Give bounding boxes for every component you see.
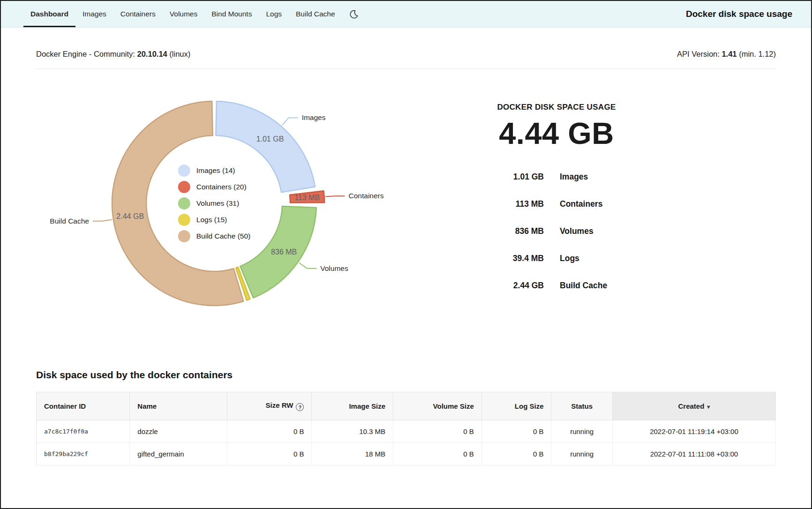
engine-platform: (linux) bbox=[169, 50, 190, 58]
legend-swatch bbox=[178, 197, 190, 210]
top-navigation-bar: DashboardImagesContainersVolumesBind Mou… bbox=[1, 1, 811, 28]
app-title: Docker disk space usage bbox=[686, 1, 792, 27]
summary-label: Containers bbox=[560, 199, 649, 209]
leader-line bbox=[93, 219, 112, 221]
slice-name-label: Containers bbox=[349, 192, 384, 200]
nav-tab-volumes[interactable]: Volumes bbox=[163, 1, 204, 27]
legend-swatch bbox=[178, 165, 190, 177]
legend-item-build-cache[interactable]: Build Cache (50) bbox=[178, 230, 250, 242]
summary-size: 39.4 MB bbox=[464, 254, 544, 263]
containers-section-title: Disk space used by the docker containers bbox=[1, 369, 811, 381]
cell-container-id: b8f29ba229cf bbox=[37, 443, 130, 465]
summary-label: Logs bbox=[560, 254, 649, 263]
legend-swatch bbox=[178, 214, 190, 226]
column-header-label: Log Size bbox=[515, 402, 544, 410]
slice-value-label: 113 MB bbox=[294, 194, 320, 202]
column-header-label: Size RW bbox=[266, 401, 293, 409]
nav-tab-build-cache[interactable]: Build Cache bbox=[289, 1, 342, 27]
column-header-status[interactable]: Status bbox=[551, 392, 612, 420]
legend-swatch bbox=[178, 181, 190, 193]
api-version-min: (min. 1.12) bbox=[739, 50, 776, 58]
cell-created: 2022-07-01 11:19:14 +03:00 bbox=[612, 420, 775, 443]
api-version-label: API Version: bbox=[677, 50, 720, 58]
column-header-volume-size[interactable]: Volume Size bbox=[393, 392, 482, 420]
dashboard-section: 1.01 GBImages113 MBContainers836 MBVolum… bbox=[1, 69, 811, 338]
column-header-label: Name bbox=[137, 402, 157, 410]
summary-label: Volumes bbox=[560, 226, 649, 236]
leader-line bbox=[326, 196, 345, 196]
nav-tab-images[interactable]: Images bbox=[75, 1, 113, 27]
summary-size: 2.44 GB bbox=[464, 281, 544, 291]
cell-status: running bbox=[551, 420, 612, 443]
engine-label: Docker Engine - Community: bbox=[36, 50, 135, 58]
slice-value-label: 1.01 GB bbox=[256, 135, 284, 143]
nav-tab-logs[interactable]: Logs bbox=[259, 1, 289, 27]
summary-total: 4.44 GB bbox=[439, 116, 674, 151]
legend-item-containers[interactable]: Containers (20) bbox=[178, 181, 250, 193]
legend-label: Volumes (31) bbox=[196, 199, 239, 208]
summary-row-volumes: 836 MBVolumes bbox=[439, 226, 674, 236]
slice-name-label: Build Cache bbox=[50, 217, 89, 225]
column-header-label: Image Size bbox=[349, 402, 385, 410]
slice-name-label: Images bbox=[302, 113, 326, 121]
column-header-log-size[interactable]: Log Size bbox=[481, 392, 551, 420]
chart-legend: Images (14)Containers (20)Volumes (31)Lo… bbox=[178, 165, 250, 242]
leader-line bbox=[282, 118, 298, 125]
legend-label: Images (14) bbox=[196, 166, 235, 175]
column-header-name[interactable]: Name bbox=[130, 392, 227, 420]
cell-volume-size: 0 B bbox=[393, 420, 482, 443]
app-window: DashboardImagesContainersVolumesBind Mou… bbox=[0, 0, 812, 509]
main-nav: DashboardImagesContainersVolumesBind Mou… bbox=[23, 1, 342, 27]
legend-item-logs[interactable]: Logs (15) bbox=[178, 214, 250, 226]
column-header-image-size[interactable]: Image Size bbox=[312, 392, 393, 420]
nav-tab-dashboard[interactable]: Dashboard bbox=[23, 1, 75, 27]
summary-row-build-cache: 2.44 GBBuild Cache bbox=[439, 281, 674, 291]
containers-table: Container IDNameSize RW?Image SizeVolume… bbox=[36, 392, 776, 465]
table-body: a7c8c17f0f0adozzle0 B10.3 MB0 B0 Brunnin… bbox=[37, 420, 776, 465]
column-header-label: Container ID bbox=[44, 402, 86, 410]
cell-status: running bbox=[551, 443, 612, 465]
table-row: a7c8c17f0f0adozzle0 B10.3 MB0 B0 Brunnin… bbox=[37, 420, 776, 443]
disk-usage-donut-chart: 1.01 GBImages113 MBContainers836 MBVolum… bbox=[36, 69, 397, 338]
column-header-container-id[interactable]: Container ID bbox=[37, 392, 130, 420]
summary-heading: DOCKER DISK SPACE USAGE bbox=[439, 103, 674, 112]
cell-log-size: 0 B bbox=[481, 420, 551, 443]
legend-item-volumes[interactable]: Volumes (31) bbox=[178, 197, 250, 210]
api-version-info: API Version: 1.41 (min. 1.12) bbox=[677, 50, 776, 59]
table-row: b8f29ba229cfgifted_germain0 B18 MB0 B0 B… bbox=[37, 443, 776, 465]
moon-icon bbox=[349, 9, 359, 19]
slice-value-label: 2.44 GB bbox=[116, 212, 144, 220]
summary-size: 836 MB bbox=[464, 226, 544, 236]
sort-desc-icon: ▾ bbox=[707, 404, 710, 410]
cell-name: dozzle bbox=[130, 420, 227, 443]
leader-line bbox=[299, 263, 316, 269]
column-header-created[interactable]: Created▾ bbox=[612, 392, 775, 420]
engine-version: 20.10.14 bbox=[137, 50, 167, 58]
legend-item-images[interactable]: Images (14) bbox=[178, 165, 250, 177]
cell-image-size: 10.3 MB bbox=[312, 420, 393, 443]
help-icon[interactable]: ? bbox=[296, 403, 304, 411]
dark-mode-toggle[interactable] bbox=[342, 1, 365, 27]
table-header-row: Container IDNameSize RW?Image SizeVolume… bbox=[37, 392, 776, 420]
containers-table-wrap: Container IDNameSize RW?Image SizeVolume… bbox=[36, 392, 776, 465]
engine-info-row: Docker Engine - Community: 20.10.14 (lin… bbox=[1, 50, 811, 59]
column-header-label: Volume Size bbox=[433, 402, 474, 410]
summary-row-logs: 39.4 MBLogs bbox=[439, 254, 674, 263]
summary-label: Images bbox=[560, 172, 649, 182]
cell-log-size: 0 B bbox=[481, 443, 551, 465]
column-header-label: Created bbox=[678, 402, 705, 410]
engine-info: Docker Engine - Community: 20.10.14 (lin… bbox=[36, 50, 190, 59]
api-version-value: 1.41 bbox=[722, 50, 737, 58]
column-header-size-rw[interactable]: Size RW? bbox=[227, 392, 311, 420]
slice-value-label: 836 MB bbox=[271, 248, 297, 256]
summary-label: Build Cache bbox=[560, 281, 649, 291]
nav-tab-bind-mounts[interactable]: Bind Mounts bbox=[204, 1, 259, 27]
cell-created: 2022-07-01 11:11:08 +03:00 bbox=[612, 443, 775, 465]
cell-size-rw: 0 B bbox=[227, 420, 311, 443]
cell-volume-size: 0 B bbox=[393, 443, 482, 465]
summary-row-containers: 113 MBContainers bbox=[439, 199, 674, 209]
legend-label: Build Cache (50) bbox=[196, 232, 250, 240]
legend-swatch bbox=[178, 230, 190, 242]
cell-image-size: 18 MB bbox=[312, 443, 393, 465]
nav-tab-containers[interactable]: Containers bbox=[113, 1, 163, 27]
